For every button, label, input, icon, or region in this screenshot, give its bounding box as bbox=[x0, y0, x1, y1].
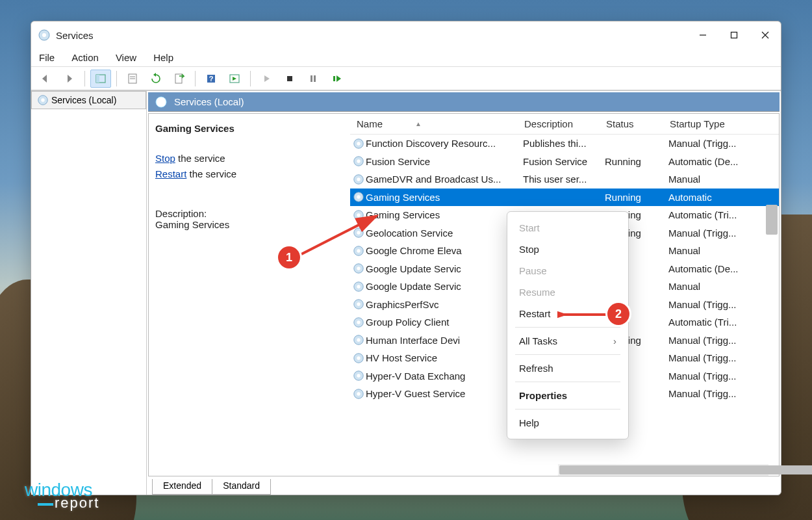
context-menu-stop[interactable]: Stop bbox=[507, 239, 628, 260]
svg-point-46 bbox=[357, 339, 360, 342]
cell-name: Human Interface Devi bbox=[366, 335, 523, 346]
start-service-button[interactable] bbox=[256, 70, 277, 88]
gear-icon bbox=[353, 281, 364, 292]
context-menu-properties[interactable]: Properties bbox=[507, 385, 628, 406]
cell-startup: Automatic (Tri... bbox=[668, 209, 779, 220]
gear-icon bbox=[37, 94, 49, 106]
cell-startup: Automatic (De... bbox=[668, 263, 779, 274]
detail-pane: Gaming Services Stop the service Restart… bbox=[149, 114, 350, 476]
service-row[interactable]: Function Discovery Resourc...Publishes t… bbox=[350, 135, 779, 153]
svg-rect-3 bbox=[731, 32, 737, 38]
minimize-button[interactable] bbox=[687, 21, 718, 49]
cell-name: Google Update Servic bbox=[366, 263, 523, 274]
tab-standard[interactable]: Standard bbox=[212, 479, 271, 495]
cell-startup: Manual (Trigg... bbox=[668, 352, 779, 363]
tab-extended[interactable]: Extended bbox=[152, 479, 212, 495]
svg-point-24 bbox=[357, 142, 360, 145]
cell-name: GameDVR and Broadcast Us... bbox=[366, 174, 523, 185]
svg-point-50 bbox=[357, 374, 360, 378]
console-tree[interactable]: Services (Local) bbox=[31, 91, 147, 495]
cell-startup: Manual bbox=[668, 174, 779, 185]
cell-name: HV Host Service bbox=[366, 352, 523, 363]
pause-service-button[interactable] bbox=[303, 70, 324, 88]
cell-startup: Manual bbox=[668, 245, 779, 256]
context-menu-all-tasks[interactable]: All Tasks bbox=[507, 330, 628, 352]
restart-service-link[interactable]: Restart bbox=[155, 168, 186, 179]
cell-desc: Fusion Service bbox=[523, 156, 605, 167]
show-hide-tree-button[interactable] bbox=[90, 70, 111, 88]
service-row[interactable]: Gaming ServicesRunningAutomatic bbox=[350, 188, 779, 207]
svg-rect-11 bbox=[175, 74, 182, 83]
stop-service-link[interactable]: Stop bbox=[155, 153, 175, 164]
vertical-scrollbar[interactable] bbox=[766, 205, 778, 235]
cell-name: Gaming Services bbox=[366, 209, 523, 220]
panel-header-label: Services (Local) bbox=[174, 96, 244, 107]
horizontal-scrollbar[interactable] bbox=[558, 464, 768, 476]
export-button[interactable] bbox=[169, 70, 190, 88]
context-menu-start: Start bbox=[507, 217, 628, 239]
cell-name: Google Update Servic bbox=[366, 281, 523, 292]
svg-point-1 bbox=[42, 33, 46, 37]
gear-icon bbox=[353, 174, 364, 185]
menu-action[interactable]: Action bbox=[71, 52, 99, 63]
gear-icon bbox=[353, 388, 364, 400]
context-menu-help[interactable]: Help bbox=[507, 412, 628, 434]
cell-name: GraphicsPerfSvc bbox=[366, 299, 523, 310]
menu-help[interactable]: Help bbox=[153, 52, 173, 63]
annotation-badge-1: 1 bbox=[278, 246, 300, 268]
context-menu-pause: Pause bbox=[507, 260, 628, 281]
menu-file[interactable]: File bbox=[39, 52, 55, 63]
stop-service-button[interactable] bbox=[279, 70, 300, 88]
properties-button[interactable] bbox=[122, 70, 143, 88]
gear-icon bbox=[353, 352, 364, 364]
svg-rect-16 bbox=[311, 75, 312, 82]
tree-item-services-local[interactable]: Services (Local) bbox=[31, 91, 146, 109]
watermark: windows report bbox=[25, 482, 99, 510]
cell-startup: Manual bbox=[668, 281, 779, 292]
show-hide-action-button[interactable] bbox=[224, 70, 245, 88]
column-description[interactable]: Description bbox=[524, 118, 606, 129]
back-button[interactable] bbox=[35, 70, 56, 88]
cell-desc: This user ser... bbox=[523, 174, 605, 185]
cell-startup: Automatic (Tri... bbox=[668, 317, 779, 328]
selected-service-name: Gaming Services bbox=[155, 123, 344, 134]
svg-point-22 bbox=[159, 100, 163, 104]
maximize-button[interactable] bbox=[718, 21, 750, 49]
cell-startup: Manual (Trigg... bbox=[668, 388, 779, 399]
context-menu-refresh[interactable]: Refresh bbox=[507, 358, 628, 379]
menu-view[interactable]: View bbox=[116, 52, 136, 63]
column-status[interactable]: Status bbox=[606, 118, 670, 129]
window-title: Services bbox=[56, 30, 94, 41]
gear-icon bbox=[353, 191, 364, 203]
gear-icon bbox=[353, 263, 364, 274]
list-header[interactable]: Name▲ Description Status Startup Type bbox=[350, 114, 779, 135]
service-row[interactable]: GameDVR and Broadcast Us...This user ser… bbox=[350, 170, 779, 188]
cell-startup: Automatic (De... bbox=[668, 156, 779, 167]
gear-icon bbox=[353, 298, 364, 310]
titlebar[interactable]: Services bbox=[31, 21, 781, 49]
gear-icon bbox=[353, 334, 364, 346]
toolbar: ? bbox=[31, 67, 781, 90]
context-menu: Start Stop Pause Resume Restart All Task… bbox=[507, 211, 629, 439]
restart-service-button[interactable] bbox=[326, 70, 347, 88]
gear-icon bbox=[155, 96, 168, 109]
cell-name: Hyper-V Data Exchang bbox=[366, 370, 523, 382]
svg-rect-7 bbox=[96, 75, 99, 83]
column-name[interactable]: Name▲ bbox=[350, 118, 524, 129]
help-button[interactable]: ? bbox=[201, 70, 222, 88]
close-button[interactable] bbox=[750, 21, 781, 49]
cell-name: Geolocation Service bbox=[366, 228, 523, 239]
service-row[interactable]: Fusion ServiceFusion ServiceRunningAutom… bbox=[350, 153, 779, 171]
services-window: Services File Action View Help ? bbox=[31, 21, 781, 495]
forward-button[interactable] bbox=[58, 70, 79, 88]
svg-point-40 bbox=[357, 285, 360, 288]
panel-header: Services (Local) bbox=[148, 92, 780, 112]
cell-name: Hyper-V Guest Service bbox=[366, 388, 523, 399]
gear-icon bbox=[353, 317, 364, 328]
refresh-button[interactable] bbox=[146, 70, 166, 88]
cell-startup: Manual (Trigg... bbox=[668, 335, 779, 346]
view-tabs: Extended Standard bbox=[147, 478, 781, 495]
sort-indicator-icon: ▲ bbox=[415, 120, 422, 127]
column-startup-type[interactable]: Startup Type bbox=[670, 118, 779, 129]
annotation-badge-2: 2 bbox=[607, 303, 629, 325]
